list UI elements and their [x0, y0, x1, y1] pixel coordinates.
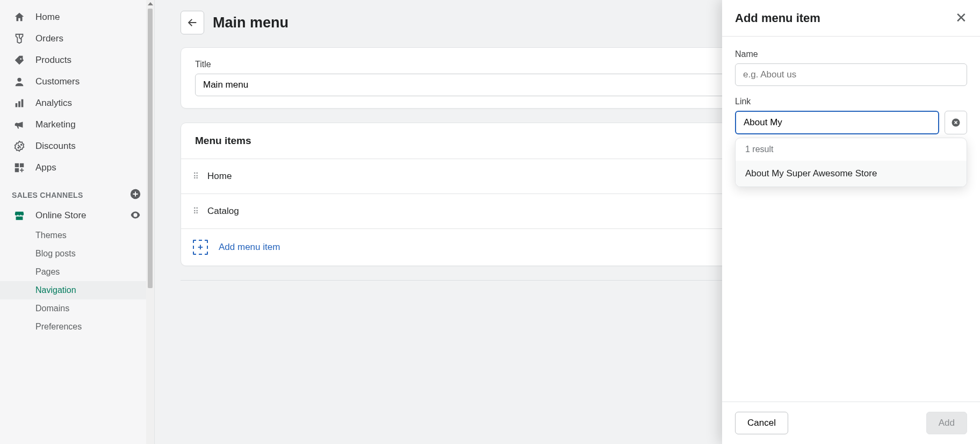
subnav-pages[interactable]: Pages: [0, 263, 154, 281]
back-button[interactable]: [181, 11, 204, 34]
subnav-preferences[interactable]: Preferences: [0, 318, 154, 336]
nav-label: Domains: [35, 304, 69, 313]
nav-orders[interactable]: Orders: [0, 28, 154, 49]
person-icon: [13, 75, 26, 88]
nav-marketing[interactable]: Marketing: [0, 114, 154, 135]
close-icon: ✕: [955, 10, 967, 26]
drag-handle-icon[interactable]: ⠿: [193, 171, 198, 181]
nav-label: Themes: [35, 231, 67, 240]
link-results-dropdown: 1 result About My Super Awesome Store: [735, 138, 967, 187]
tag-icon: [13, 54, 26, 67]
svg-rect-6: [15, 168, 19, 172]
panel-footer: Cancel Add: [722, 402, 980, 444]
nav-label: Analytics: [35, 98, 72, 109]
nav-label: Orders: [35, 33, 63, 44]
sidebar: Home Orders Products Customers Analytics: [0, 0, 155, 444]
panel-title: Add menu item: [735, 11, 820, 25]
svg-rect-4: [15, 163, 19, 167]
link-field-label: Link: [735, 97, 967, 106]
online-store-submenu: Themes Blog posts Pages Navigation Domai…: [0, 226, 154, 336]
megaphone-icon: [13, 118, 26, 131]
plus-dashed-icon: +: [193, 240, 208, 255]
svg-rect-3: [21, 99, 24, 108]
svg-rect-1: [16, 103, 18, 107]
link-result-option[interactable]: About My Super Awesome Store: [736, 161, 967, 187]
nav-products[interactable]: Products: [0, 49, 154, 71]
subnav-blog-posts[interactable]: Blog posts: [0, 245, 154, 263]
menu-item-label: Catalog: [207, 206, 239, 217]
close-button[interactable]: ✕: [955, 10, 967, 26]
panel-header: Add menu item ✕: [722, 0, 980, 37]
nav-customers[interactable]: Customers: [0, 71, 154, 92]
nav-label: Preferences: [35, 322, 82, 332]
app-root: Home Orders Products Customers Analytics: [0, 0, 980, 444]
nav-label: Marketing: [35, 119, 76, 130]
drag-handle-icon[interactable]: ⠿: [193, 206, 198, 216]
home-icon: [13, 11, 26, 24]
discount-icon: [13, 140, 26, 153]
svg-rect-2: [18, 101, 20, 107]
add-menu-item-panel: Add menu item ✕ Name Link 1 result: [722, 0, 980, 444]
nav-home[interactable]: Home: [0, 6, 154, 28]
cancel-button[interactable]: Cancel: [735, 412, 788, 434]
menu-item-label: Home: [207, 171, 232, 182]
sales-channels-header: SALES CHANNELS: [0, 178, 154, 205]
svg-rect-5: [20, 163, 24, 167]
subnav-navigation[interactable]: Navigation: [0, 281, 154, 299]
clear-icon: [950, 117, 961, 128]
nav-label: Online Store: [35, 210, 87, 221]
page-title: Main menu: [213, 15, 289, 31]
add-channel-icon[interactable]: [129, 188, 141, 202]
nav-discounts[interactable]: Discounts: [0, 135, 154, 157]
chart-icon: [13, 97, 26, 110]
nav-analytics[interactable]: Analytics: [0, 92, 154, 114]
nav-online-store[interactable]: Online Store: [0, 205, 129, 226]
clear-link-button[interactable]: [945, 111, 967, 134]
nav-label: Pages: [35, 267, 60, 277]
store-icon: [13, 209, 26, 222]
nav-label: Customers: [35, 76, 80, 87]
name-input[interactable]: [735, 63, 967, 86]
orders-icon: [13, 32, 26, 45]
add-button[interactable]: Add: [926, 412, 967, 434]
nav-label: Blog posts: [35, 249, 76, 259]
panel-body: Name Link 1 result About My Super Awesom…: [722, 37, 980, 402]
nav-label: Apps: [35, 162, 56, 173]
apps-icon: [13, 161, 26, 174]
subnav-themes[interactable]: Themes: [0, 226, 154, 245]
nav-label: Home: [35, 12, 60, 23]
name-field-label: Name: [735, 49, 967, 59]
section-label: SALES CHANNELS: [12, 191, 83, 199]
nav-label: Navigation: [35, 285, 76, 295]
scroll-up-icon: [148, 2, 153, 5]
nav-label: Products: [35, 55, 71, 66]
results-count: 1 result: [736, 138, 967, 161]
add-menu-item-label: Add menu item: [219, 242, 280, 253]
nav-label: Discounts: [35, 141, 76, 152]
subnav-domains[interactable]: Domains: [0, 299, 154, 318]
view-store-button[interactable]: [129, 209, 141, 223]
svg-point-0: [17, 78, 21, 82]
nav-apps[interactable]: Apps: [0, 157, 154, 178]
link-input[interactable]: [735, 111, 939, 134]
eye-icon: [129, 213, 141, 223]
scroll-handle[interactable]: [148, 9, 153, 288]
sidebar-scrollbar[interactable]: [146, 0, 154, 444]
arrow-left-icon: [186, 17, 198, 28]
